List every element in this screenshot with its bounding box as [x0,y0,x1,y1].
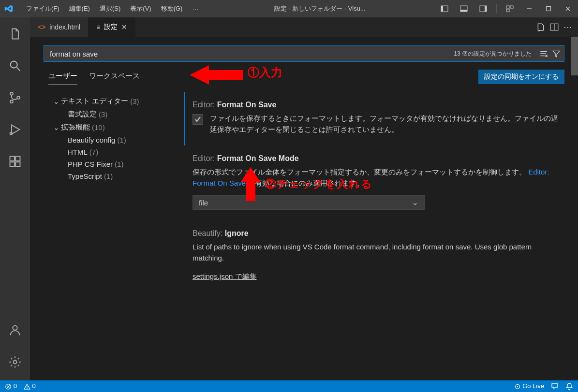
setting-title: Beautify: Ignore [193,229,559,238]
source-control-icon[interactable] [3,86,27,109]
toc-item-formatting[interactable]: 書式設定 (3) [44,108,184,121]
layout-customize-icon[interactable] [502,1,518,16]
svg-point-40 [517,386,518,387]
svg-point-15 [10,92,13,95]
format-on-save-mode-select[interactable]: file ⌄ [193,195,425,210]
setting-description: List of paths to ignore when using VS Co… [193,242,559,263]
status-warnings[interactable]: 0 [24,382,36,390]
run-debug-icon[interactable] [3,118,27,141]
menu-selection[interactable]: 選択(S) [95,0,125,17]
status-errors[interactable]: 0 [5,382,17,390]
toc-item-beautify[interactable]: Beautify config (1) [44,134,184,146]
menu-go[interactable]: 移動(G) [156,0,188,17]
window-title: 設定 - 新しいフォルダー - Visu... [203,4,436,13]
svg-rect-22 [15,157,20,161]
more-actions-icon[interactable]: ⋯ [563,22,572,32]
status-bell-icon[interactable] [565,382,573,390]
svg-point-17 [17,96,20,99]
svg-point-16 [10,100,13,103]
svg-point-23 [13,326,17,330]
settings-editor: ①入力 ②チェックを入れる 13 個の設定が見つかりました ユーザー ワークスペ… [30,37,578,380]
tab-settings[interactable]: ≡ 設定 ✕ [89,17,135,37]
main-menu: ファイル(F) 編集(E) 選択(S) 表示(V) 移動(G) … [17,0,203,17]
menu-edit[interactable]: 編集(E) [64,0,95,17]
window-minimize-icon[interactable] [521,1,537,16]
tab-index-html[interactable]: <> index.html [30,17,89,37]
svg-rect-6 [506,6,509,8]
filter-icon[interactable] [552,49,561,58]
toc-item-html[interactable]: HTML (7) [44,146,184,158]
setting-format-on-save: Editor: Format On Save ファイルを保存するときにフォーマッ… [184,92,563,145]
window-controls [436,1,578,16]
html-file-icon: <> [38,23,45,31]
menu-file[interactable]: ファイル(F) [21,0,64,17]
toc-label: HTML [68,148,88,156]
toc-item-text-editor[interactable]: ⌄ テキスト エディター (3) [44,95,184,108]
toc-count: (1) [115,160,123,168]
manage-gear-icon[interactable] [3,350,27,374]
setting-format-on-save-mode: Editor: Format On Save Mode 保存の形式でファイル全体… [184,145,563,220]
toc-count: (10) [92,123,105,131]
svg-rect-21 [15,162,20,166]
settings-scope-row: ユーザー ワークスペース 設定の同期をオンにする [44,69,564,85]
svg-rect-3 [460,10,467,12]
setting-description: ファイルを保存するときにフォーマットします。フォーマッタが有効でなければなりませ… [210,113,559,135]
open-changes-icon[interactable] [536,23,545,31]
settings-sync-button[interactable]: 設定の同期をオンにする [478,70,564,84]
scope-workspace-tab[interactable]: ワークスペース [89,69,140,85]
setting-title: Editor: Format On Save Mode [193,154,559,163]
layout-toggle-sidebar-icon[interactable] [436,1,453,16]
menu-more[interactable]: … [187,0,203,17]
layout-toggle-secondary-icon[interactable] [475,1,491,16]
clear-search-icon[interactable] [539,49,548,58]
extensions-icon[interactable] [3,150,27,173]
activity-bar [0,17,30,380]
toc-label: TypeScript [68,172,102,180]
svg-rect-5 [485,6,487,12]
svg-rect-10 [547,7,551,11]
svg-point-24 [14,361,17,364]
setting-title: Editor: Format On Save [193,101,559,109]
window-maximize-icon[interactable] [540,1,557,16]
scope-user-tab[interactable]: ユーザー [48,69,77,85]
split-editor-icon[interactable] [550,23,559,31]
settings-search: 13 個の設定が見つかりました [44,45,564,62]
tab-label: 設定 [104,23,118,31]
select-value: file [199,199,208,207]
toc-label: 書式設定 [68,110,97,119]
toc-item-php-cs-fixer[interactable]: PHP CS Fixer (1) [44,158,184,170]
accounts-icon[interactable] [3,319,27,342]
toc-label: PHP CS Fixer [68,160,113,168]
toc-count: (1) [117,136,126,144]
svg-point-13 [11,61,17,68]
svg-rect-8 [506,9,509,12]
chevron-down-icon: ⌄ [53,123,61,132]
status-bar: 0 0 Go Live [0,380,578,392]
toc-count: (1) [104,172,113,180]
status-feedback-icon[interactable] [551,382,559,390]
search-result-count: 13 個の設定が見つかりました [450,49,535,59]
menu-view[interactable]: 表示(V) [125,0,156,17]
format-on-save-checkbox[interactable] [193,114,203,125]
toc-label: テキスト エディター [61,97,128,106]
status-go-live[interactable]: Go Live [514,382,544,390]
chevron-down-icon: ⌄ [412,198,418,207]
close-icon[interactable]: ✕ [121,23,127,31]
toc-count: (3) [130,97,139,105]
layout-toggle-panel-icon[interactable] [456,1,472,16]
toc-count: (7) [89,148,98,156]
svg-rect-19 [10,157,15,161]
toc-item-extensions[interactable]: ⌄ 拡張機能 (10) [44,121,184,134]
explorer-icon[interactable] [3,22,27,45]
edit-in-settings-json-link[interactable]: settings.json で編集 [193,272,257,281]
svg-point-18 [10,132,13,135]
toc-label: Beautify config [68,136,115,144]
toc-item-typescript[interactable]: TypeScript (1) [44,170,184,182]
svg-rect-20 [10,162,15,166]
search-icon[interactable] [3,54,27,77]
toc-count: (3) [99,110,107,118]
editor-tabs: <> index.html ≡ 設定 ✕ ⋯ [30,17,578,37]
window-close-icon[interactable] [560,1,576,16]
svg-rect-7 [510,6,513,8]
settings-toc: ⌄ テキスト エディター (3) 書式設定 (3) ⌄ 拡張機能 (10) [44,92,184,374]
